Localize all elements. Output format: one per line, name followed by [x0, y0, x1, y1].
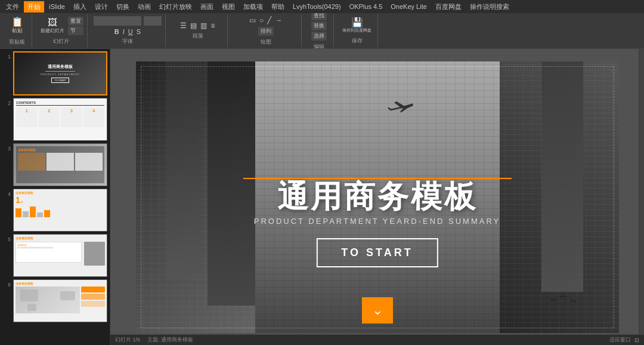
slide-num-5: 5: [2, 236, 11, 242]
section-button[interactable]: 节: [68, 26, 83, 35]
underline-button[interactable]: U: [128, 28, 133, 35]
slide-img-2[interactable]: CONTENTS 1 2 3 4: [13, 98, 107, 141]
slide-thumb-2[interactable]: 2 CONTENTS 1 2 3 4 ★: [2, 98, 107, 141]
save-baidu-button[interactable]: 💾 保存到百度网盘: [340, 17, 374, 34]
circle-icon[interactable]: ○: [259, 16, 264, 24]
font-size-selector[interactable]: [144, 16, 162, 26]
main-title-en: PRODUCT DEPARTMENT YEARD-END SUMMARY: [136, 217, 619, 226]
menu-okplus[interactable]: OKPlus 4.5: [346, 2, 386, 11]
ribbon-group-paragraph: ☰ ▤ ▥ ≡ 段落: [168, 14, 228, 47]
zoom-level: 适应窗口: [609, 336, 631, 344]
t2-header: CONTENTS: [16, 101, 104, 106]
ribbon-group-save: 💾 保存到百度网盘 保存: [336, 14, 378, 47]
down-arrow-button[interactable]: ⌄: [362, 297, 393, 324]
font-row1: [94, 16, 162, 26]
t4-sup: st: [20, 200, 23, 204]
slide-img-1[interactable]: 通用商务模板 PRODUCT DEPARTMENT TO START: [13, 51, 107, 96]
paste-icon: 📋: [11, 17, 23, 27]
align-right-icon[interactable]: ▥: [200, 21, 207, 30]
paste-button[interactable]: 📋 粘贴: [9, 16, 26, 36]
bold-button[interactable]: B: [114, 28, 119, 35]
menu-islide[interactable]: iSlide: [45, 2, 69, 11]
menu-slideshow[interactable]: 幻灯片放映: [156, 1, 196, 13]
slide-num-3: 3: [2, 146, 11, 152]
ribbon: 📋 粘贴 剪贴板 🖼 新建幻灯片 重置 节 幻灯片: [0, 13, 644, 48]
ribbon-group-clipboard: 📋 粘贴 剪贴板: [2, 14, 32, 47]
slide-thumb-3[interactable]: 3 业务相关报告 ★: [2, 143, 107, 186]
menu-onekey[interactable]: OneKey Lite: [387, 2, 431, 11]
t1-title: 通用商务模板: [48, 64, 73, 70]
t4-bar1: [16, 208, 21, 217]
align-center-icon[interactable]: ▤: [190, 21, 197, 30]
reset-button[interactable]: 重置: [68, 17, 83, 26]
menu-help[interactable]: 帮助: [268, 1, 288, 13]
menu-start[interactable]: 开始: [24, 1, 44, 13]
slide-count: 幻灯片 1/6: [115, 336, 140, 344]
slide-panel: 1 通用商务模板 PRODUCT DEPARTMENT TO START 2: [0, 49, 110, 345]
list-icon[interactable]: ≡: [210, 21, 215, 30]
font-row2: B I U S: [114, 28, 141, 35]
rectangle-icon[interactable]: ▭: [249, 16, 256, 24]
slide-thumb-4[interactable]: 4 业务相关报告 1 st ★: [2, 189, 107, 232]
t2-cell-2: 2: [39, 107, 60, 127]
slide2-preview: CONTENTS 1 2 3 4: [14, 98, 107, 140]
select-button[interactable]: 选择: [311, 32, 327, 41]
t6-continent3: [27, 304, 36, 311]
zoom-fit-button[interactable]: ⊡: [634, 337, 639, 343]
slide-img-3[interactable]: 业务相关报告: [13, 143, 107, 186]
menu-search[interactable]: 操作说明搜索: [466, 1, 513, 13]
t6-continent2: [60, 291, 75, 300]
arrange-button[interactable]: 排列: [258, 27, 274, 36]
menu-file[interactable]: 文件: [2, 1, 23, 13]
italic-button[interactable]: I: [123, 28, 125, 35]
toolbar: 文件 开始 iSlide 插入 设计 切换 动画 幻灯片放映 画面 视图 加载项…: [0, 0, 644, 49]
t4-chart: [16, 205, 105, 217]
t2-cell-4: 4: [83, 107, 105, 127]
menu-bar: 文件 开始 iSlide 插入 设计 切换 动画 幻灯片放映 画面 视图 加载项…: [0, 0, 644, 13]
slide-thumb-1[interactable]: 1 通用商务模板 PRODUCT DEPARTMENT TO START: [2, 51, 107, 96]
t1-subtitle: PRODUCT DEPARTMENT: [41, 73, 80, 76]
slide-thumb-5[interactable]: 5 业务相关报告 详细内容 相关内容相关内容相关内容相关内容相关内容 ★: [2, 234, 107, 277]
main-area: 1 通用商务模板 PRODUCT DEPARTMENT TO START 2: [0, 49, 644, 345]
menu-transition[interactable]: 切换: [113, 1, 133, 13]
strikethrough-button[interactable]: S: [137, 28, 141, 35]
replace-button[interactable]: 替换: [311, 21, 327, 30]
t6-legend: [81, 287, 105, 313]
slide-thumb-6[interactable]: 6 业务相关报告: [2, 279, 107, 322]
menu-lvyh[interactable]: LvyhTools(0429): [289, 2, 345, 11]
menu-review[interactable]: 画面: [197, 1, 217, 13]
menu-insert[interactable]: 插入: [70, 1, 90, 13]
new-slide-icon: 🖼: [48, 18, 57, 27]
edit-label: 编辑: [314, 43, 324, 49]
paragraph-label: 段落: [193, 32, 203, 40]
slide-img-6[interactable]: 业务相关报告: [13, 279, 107, 322]
t6-continent1: [20, 289, 38, 301]
line-icon[interactable]: ╱: [267, 16, 271, 24]
menu-animation[interactable]: 动画: [134, 1, 154, 13]
slide-img-5[interactable]: 业务相关报告 详细内容 相关内容相关内容相关内容相关内容相关内容: [13, 234, 107, 277]
menu-addins[interactable]: 加载项: [240, 1, 267, 13]
t4-bar3: [30, 207, 36, 217]
slide3-preview: 业务相关报告: [14, 144, 107, 186]
font-name-selector[interactable]: [94, 16, 141, 26]
slide-num-6: 6: [2, 282, 11, 288]
vertical-scrollbar[interactable]: [638, 49, 644, 345]
slide-img-4[interactable]: 业务相关报告 1 st: [13, 189, 107, 232]
to-start-button[interactable]: TO START: [316, 238, 438, 267]
drawing-label: 绘图: [261, 38, 271, 46]
menu-view[interactable]: 视图: [218, 1, 239, 13]
slide6-preview: 业务相关报告: [14, 280, 107, 322]
ribbon-group-edit: 查找 替换 选择 编辑: [304, 14, 334, 47]
arrow-icon[interactable]: →: [275, 16, 282, 24]
menu-baidu[interactable]: 百度网盘: [432, 1, 465, 13]
new-slide-button[interactable]: 🖼 新建幻灯片: [38, 17, 67, 35]
find-button[interactable]: 查找: [311, 13, 327, 20]
ribbon-group-slides: 🖼 新建幻灯片 重置 节 幻灯片: [35, 14, 88, 47]
ribbon-group-drawing: ▭ ○ ╱ → 排列 绘图: [230, 14, 302, 47]
slide-num-4: 4: [2, 191, 11, 197]
chevron-down-icon: ⌄: [372, 303, 383, 318]
menu-design[interactable]: 设计: [91, 1, 112, 13]
align-left-icon[interactable]: ☰: [180, 21, 187, 30]
scrollbar-thumb[interactable]: [639, 61, 644, 109]
birds: [547, 289, 583, 309]
